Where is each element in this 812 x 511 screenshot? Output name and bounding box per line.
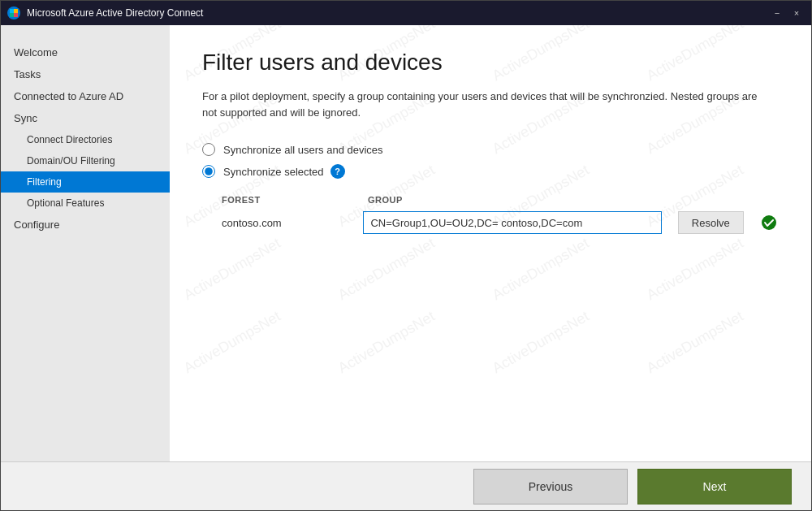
description: For a pilot deployment, specify a group … [202, 89, 771, 120]
filter-table: FOREST GROUP contoso.com Resolve [222, 195, 779, 234]
svg-rect-1 [14, 9, 18, 13]
sidebar-item-connected-azure-ad[interactable]: Connected to Azure AD [1, 85, 170, 107]
radio-all-input[interactable] [202, 143, 215, 156]
main-content: Welcome Tasks Connected to Azure AD Sync… [1, 25, 811, 461]
window-controls: − × [769, 5, 805, 21]
col-group-header: GROUP [368, 195, 403, 205]
resolve-button[interactable]: Resolve [678, 211, 744, 234]
forest-value: contoso.com [222, 217, 347, 229]
table-header: FOREST GROUP [222, 195, 779, 205]
titlebar: Microsoft Azure Active Directory Connect… [1, 1, 811, 25]
sidebar-item-tasks[interactable]: Tasks [1, 63, 170, 85]
svg-rect-0 [10, 9, 14, 13]
app-window: Microsoft Azure Active Directory Connect… [0, 0, 812, 511]
sidebar-item-connect-directories[interactable]: Connect Directories [1, 129, 170, 150]
content-area: ActiveDumpsNet ActiveDumpsNet ActiveDump… [170, 25, 811, 461]
svg-rect-2 [10, 13, 14, 17]
radio-selected-label: Synchronize selected [223, 166, 324, 178]
table-row: contoso.com Resolve [222, 211, 779, 234]
radio-selected-input[interactable] [202, 165, 215, 178]
radio-selected-option[interactable]: Synchronize selected ? [202, 164, 779, 179]
help-icon[interactable]: ? [330, 164, 345, 179]
previous-button[interactable]: Previous [473, 469, 628, 505]
radio-all-option[interactable]: Synchronize all users and devices [202, 143, 779, 156]
window-title: Microsoft Azure Active Directory Connect [27, 7, 769, 19]
minimize-button[interactable]: − [769, 5, 785, 21]
sidebar-item-sync[interactable]: Sync [1, 107, 170, 129]
radio-all-label: Synchronize all users and devices [223, 144, 383, 156]
sidebar-item-welcome[interactable]: Welcome [1, 41, 170, 63]
sidebar-item-optional-features[interactable]: Optional Features [1, 193, 170, 214]
footer: Previous Next [1, 461, 811, 510]
col-forest-header: FOREST [222, 195, 352, 205]
group-input[interactable] [363, 211, 661, 234]
sidebar-item-domain-ou-filtering[interactable]: Domain/OU Filtering [1, 150, 170, 171]
sidebar: Welcome Tasks Connected to Azure AD Sync… [1, 25, 170, 461]
svg-point-4 [762, 215, 776, 230]
close-button[interactable]: × [788, 5, 805, 21]
app-icon [7, 6, 20, 19]
sync-options: Synchronize all users and devices Synchr… [202, 143, 779, 179]
resolve-check-icon [760, 213, 779, 232]
page-title: Filter users and devices [202, 50, 779, 76]
sidebar-item-filtering[interactable]: Filtering [1, 171, 170, 193]
svg-rect-3 [14, 13, 18, 17]
sidebar-item-configure[interactable]: Configure [1, 214, 170, 236]
next-button[interactable]: Next [637, 469, 792, 505]
